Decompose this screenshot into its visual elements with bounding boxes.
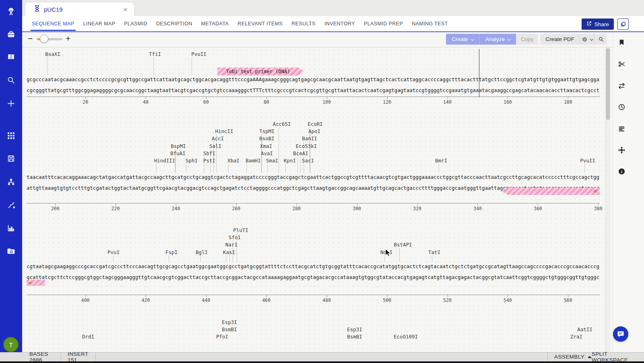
- share-button[interactable]: Share: [582, 18, 614, 30]
- cut-site-label-DrdI[interactable]: DrdI: [82, 334, 94, 340]
- cut-site-label-BamHI[interactable]: BamHI: [246, 158, 261, 164]
- cut-site-label-PvuII[interactable]: PvuII: [191, 51, 206, 57]
- cut-site-label-SalI[interactable]: SalI: [209, 143, 221, 149]
- split-workspace-button[interactable]: SPLIT WORKSPACE: [585, 352, 644, 361]
- find-button[interactable]: [594, 34, 607, 45]
- cut-site-label-NarI[interactable]: NarI: [225, 242, 237, 248]
- cut-site-label-BanII[interactable]: BanII: [302, 135, 317, 142]
- cut-site-label-Esp3I[interactable]: Esp3I: [347, 326, 362, 332]
- cut-site-label-HincII[interactable]: HincII: [215, 128, 233, 134]
- cut-site-label-PfoI[interactable]: PfoI: [216, 334, 228, 340]
- bookmark-icon[interactable]: [615, 36, 628, 49]
- search-icon[interactable]: [0, 72, 22, 88]
- cut-site-label-BceAI[interactable]: BceAI: [293, 150, 308, 156]
- cut-site-label-SbfI[interactable]: SbfI: [203, 150, 215, 156]
- create-pdf-button[interactable]: Create PDF: [540, 34, 580, 45]
- plus-icon[interactable]: [0, 95, 22, 111]
- view-tab-plasmid-prep[interactable]: PLASMID PREP: [359, 16, 407, 32]
- cut-site-label-EcoRI[interactable]: EcoRI: [308, 121, 323, 127]
- settings-button[interactable]: ⚙: [580, 34, 594, 45]
- cut-site-label-AccI[interactable]: AccI: [212, 135, 224, 142]
- align-left-icon[interactable]: [615, 122, 628, 135]
- cut-site-label-SacI[interactable]: SacI: [302, 158, 314, 164]
- hierarchy-icon[interactable]: [0, 174, 22, 190]
- cut-site-label-BsaXI[interactable]: BsaXI: [45, 51, 60, 57]
- move-icon[interactable]: [615, 144, 628, 156]
- save-icon[interactable]: [0, 150, 22, 166]
- cut-site-label-SphI[interactable]: SphI: [186, 158, 198, 164]
- cut-site-label-PvuII[interactable]: PvuII: [580, 158, 595, 164]
- view-tab-plasmid[interactable]: PLASMID: [120, 16, 152, 32]
- duplicate-button[interactable]: [617, 18, 629, 30]
- route-icon[interactable]: [0, 197, 22, 213]
- copy-button[interactable]: Copy: [516, 34, 538, 45]
- sequence-strand-bottom[interactable]: gcattatcgcttctccgggcgtggctagcgggaagggttg…: [27, 274, 599, 280]
- cut-site-label-BsmBI[interactable]: BsmBI: [347, 334, 362, 340]
- briefcase-icon[interactable]: [0, 26, 22, 42]
- cut-site-label-BspMI[interactable]: BspMI: [171, 143, 186, 149]
- history-clock-icon[interactable]: [615, 100, 628, 113]
- user-avatar[interactable]: T: [3, 337, 19, 352]
- view-tab-description[interactable]: DESCRIPTION: [152, 16, 197, 32]
- cut-site-label-HindIII[interactable]: HindIII: [154, 158, 175, 164]
- cut-site-label-PvuI[interactable]: PvuI: [107, 249, 120, 255]
- cut-site-label-PluTI[interactable]: PluTI: [233, 227, 248, 233]
- cut-site-label-ZraI[interactable]: ZraI: [570, 334, 582, 340]
- cut-site-label-BmrI[interactable]: BmrI: [435, 158, 447, 164]
- apps-grid-icon[interactable]: [0, 127, 22, 144]
- sequence-map[interactable]: BsaXITfiIPvuIIgcgcccaatacgcaaaccgcctctcc…: [22, 47, 605, 352]
- create-button[interactable]: Create: [446, 34, 479, 45]
- zoom-slider-handle[interactable]: [40, 35, 48, 43]
- cut-site-label-BstAPI[interactable]: BstAPI: [394, 242, 412, 248]
- cut-site-label-EcoO109I[interactable]: EcoO109I: [394, 334, 418, 340]
- view-tab-naming-test[interactable]: NAMING TEST: [407, 16, 452, 32]
- annotation-reverse-arrow[interactable]: ≪: [502, 187, 600, 195]
- bar-chart-icon[interactable]: [0, 220, 22, 236]
- document-tab[interactable]: pUC19 ×: [25, 2, 134, 16]
- cut-site-label-Acc65I[interactable]: Acc65I: [272, 121, 291, 127]
- cut-site-label-Eco53kI[interactable]: Eco53kI: [296, 143, 317, 149]
- zoom-out-button[interactable]: −: [28, 34, 33, 43]
- assembly-toggle[interactable]: ASSEMBLY: [547, 352, 585, 361]
- view-tab-relevant-items[interactable]: RELEVANT ITEMS: [233, 16, 287, 32]
- cut-site-label-BfuAI[interactable]: BfuAI: [170, 150, 186, 156]
- swap-arrows-icon[interactable]: [615, 79, 628, 92]
- cut-site-label-BsoBI[interactable]: BsoBI: [259, 135, 275, 142]
- cut-site-label-PstI[interactable]: PstI: [203, 158, 215, 164]
- view-tab-linear-map[interactable]: LINEAR MAP: [79, 16, 120, 32]
- sequence-strand-top[interactable]: taacaatttcacacaggaaacagctatgaccatgattacg…: [27, 174, 599, 180]
- brand-logo[interactable]: [0, 3, 22, 19]
- view-tab-metadata[interactable]: METADATA: [197, 16, 233, 32]
- scissors-icon[interactable]: [615, 57, 628, 70]
- cut-site-label-XmaI[interactable]: XmaI: [260, 143, 272, 149]
- cut-site-label-XbaI[interactable]: XbaI: [227, 158, 239, 164]
- cut-site-label-TfiI[interactable]: TfiI: [149, 51, 161, 57]
- cut-site-label-KasI[interactable]: KasI: [223, 249, 235, 255]
- cut-site-label-KpnI[interactable]: KpnI: [284, 158, 296, 164]
- cut-site-label-AvaI[interactable]: AvaI: [261, 150, 273, 156]
- view-tab-inventory[interactable]: INVENTORY: [320, 16, 359, 32]
- annotation-primer[interactable]: Tobi test primer (DNA): [217, 68, 304, 76]
- sequence-strand-top[interactable]: cgtaatagcgaagaggcccgcaccgatcgcccttcccaac…: [27, 263, 599, 269]
- analyze-button[interactable]: Analyze: [479, 34, 516, 45]
- cut-site-label-Esp3I[interactable]: Esp3I: [222, 319, 237, 325]
- book-icon[interactable]: [0, 49, 22, 65]
- annotation-fragment[interactable]: ≪: [27, 280, 45, 286]
- view-tab-sequence-map[interactable]: SEQUENCE MAP: [27, 16, 79, 32]
- sequence-strand-bottom[interactable]: cgcgggttatgcgtttggcggagaggggcgcgcaaccggc…: [27, 87, 599, 93]
- cut-site-label-FspI[interactable]: FspI: [165, 249, 178, 255]
- cut-site-label-ApoI[interactable]: ApoI: [308, 128, 320, 134]
- chat-button[interactable]: [613, 326, 628, 342]
- scrollbar-thumb[interactable]: [606, 48, 610, 120]
- cut-site-label-SmaI[interactable]: SmaI: [266, 158, 278, 164]
- view-tab-results[interactable]: RESULTS: [287, 16, 320, 32]
- cut-site-label-TspMI[interactable]: TspMI: [259, 128, 275, 134]
- close-icon[interactable]: ×: [122, 6, 129, 13]
- cut-site-label-TatI[interactable]: TatI: [428, 249, 440, 255]
- cut-site-label-SfoI[interactable]: SfoI: [229, 234, 241, 240]
- cut-site-label-BglI[interactable]: BglI: [196, 249, 208, 255]
- cut-site-label-BsmBI[interactable]: BsmBI: [222, 326, 237, 332]
- sequence-strand-top[interactable]: gcgcccaatacgcaaaccgcctctccccgcgcgttggccg…: [27, 76, 599, 82]
- cut-site-label-AatII[interactable]: AatII: [577, 326, 592, 332]
- folder-sync-icon[interactable]: [0, 242, 22, 258]
